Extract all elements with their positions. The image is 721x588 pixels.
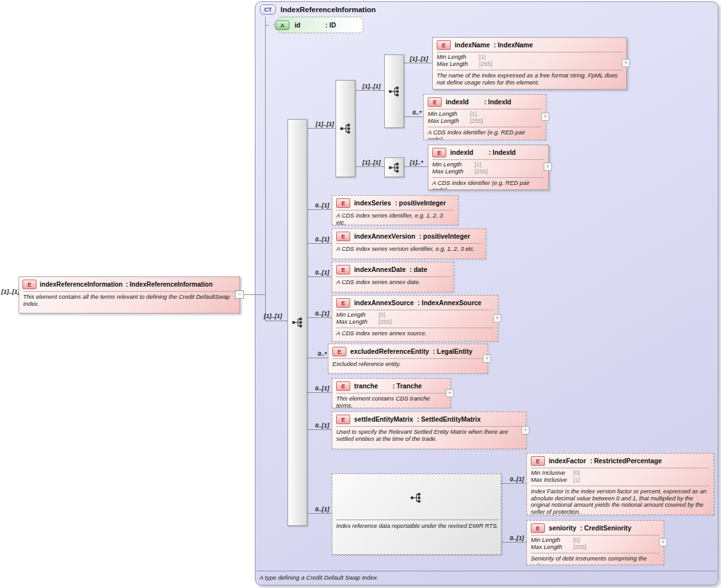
element-box-indexAnnexDate[interactable]: E indexAnnexDate : date A CDS index seri… [332, 262, 454, 292]
cardinality-label: [1]..* [410, 159, 423, 166]
element-type: : IndexReferenceInformation [126, 281, 213, 288]
element-icon: E [336, 265, 350, 274]
facet-section: Min Length[1] Max Length[255] [428, 109, 542, 126]
sequence-group [288, 119, 307, 526]
element-description: Seniority of debt instruments comprising… [531, 553, 660, 565]
expand-toggle[interactable]: + [493, 314, 501, 322]
facet-section: Min Length[0] Max Length[255] [336, 310, 494, 327]
element-icon: E [428, 97, 442, 107]
expand-toggle[interactable]: + [541, 113, 549, 121]
sequence-icon [389, 86, 400, 97]
element-description: Index Factor is the index version factor… [531, 486, 709, 515]
element-name: indexAnnexSource [354, 299, 414, 306]
element-box-excludedReferenceEntity[interactable]: E excludedReferenceEntity : LegalEntity … [328, 344, 488, 374]
element-description: Used to specify the Relevant Settled Ent… [336, 426, 522, 445]
element-icon: E [336, 381, 350, 391]
expand-toggle[interactable]: + [483, 354, 491, 363]
element-description: This element contains CDS tranche terms. [336, 393, 446, 408]
complex-type-header: CT IndexReferenceInformation [260, 4, 376, 15]
element-name: indexName [455, 42, 490, 49]
cardinality-label: [1]..[1] [410, 55, 428, 62]
attribute-icon: A [275, 20, 289, 30]
element-type: : IndexName [494, 42, 533, 49]
element-icon: E [336, 415, 350, 424]
element-type: : Tranche [393, 383, 422, 390]
element-name: seniority [549, 525, 576, 532]
element-type: : RestrictedPercentage [590, 457, 661, 465]
element-description: Excluded reference entity. [332, 358, 483, 370]
element-box-indexAnnexSource[interactable]: E indexAnnexSource : IndexAnnexSource Mi… [332, 295, 498, 342]
attribute-id[interactable]: A id : ID [268, 16, 365, 34]
cardinality-label: 0..[1] [315, 422, 329, 429]
element-description: A CDS index series annex source. [336, 328, 494, 339]
complex-type-annotation: A type defining a Credit Default Swap In… [259, 574, 378, 581]
expand-toggle[interactable]: + [659, 538, 667, 546]
element-icon: E [336, 232, 350, 241]
emir-sequence-group: Index reference data reportatble under t… [332, 473, 501, 555]
element-icon: E [437, 40, 451, 50]
sequence-icon [389, 163, 400, 173]
cardinality-label: 0..[1] [315, 269, 329, 276]
cardinality-label: 0..* [412, 109, 421, 116]
element-type: : IndexId [484, 99, 511, 106]
element-description: This element contains all the terms rele… [23, 291, 236, 310]
expand-toggle[interactable]: + [446, 389, 454, 397]
schema-diagram: CT IndexReferenceInformation A type defi… [0, 0, 721, 588]
cardinality-label: [1]..[1] [316, 120, 334, 127]
element-name: indexId [446, 99, 480, 106]
element-box-indexReferenceInformation[interactable]: E indexReferenceInformation : IndexRefer… [19, 276, 240, 314]
element-name: tranche [354, 383, 389, 390]
cardinality-label: 0..[1] [315, 202, 329, 209]
element-name: indexAnnexVersion [354, 233, 416, 240]
expand-toggle[interactable]: + [521, 426, 530, 434]
element-box-seniority[interactable]: E seniority : CreditSeniority Min Length… [526, 520, 664, 565]
element-type: : IndexAnnexSource [417, 299, 482, 306]
element-icon: E [336, 198, 350, 208]
facet-section: Min Length[1] Max Length[255] [432, 159, 544, 177]
element-box-settledEntityMatrix[interactable]: E settledEntityMatrix : SettledEntityMat… [332, 411, 526, 449]
element-box-indexName[interactable]: E indexName : IndexName Min Length[1] Ma… [432, 37, 627, 90]
cardinality-label: 0..[1] [315, 310, 329, 317]
element-icon: E [432, 148, 446, 157]
element-box-indexFactor[interactable]: E indexFactor : RestrictedPercentage Min… [526, 453, 714, 515]
element-box-indexAnnexVersion[interactable]: E indexAnnexVersion : positiveInteger A … [332, 228, 486, 259]
sequence-icon [292, 317, 304, 328]
element-description: The name of the index expressed as a fre… [437, 70, 622, 88]
element-name: indexFactor [549, 457, 586, 465]
element-icon: E [531, 523, 545, 533]
element-name: indexReferenceInformation [40, 281, 122, 288]
facet-section: Min Length[0] Max Length[255] [531, 535, 660, 552]
element-type: : positiveInteger [419, 233, 471, 240]
element-description: A CDS index series identifier, e.g. 1, 2… [336, 210, 454, 225]
element-description: A CDS index identifier (e.g. RED pair co… [432, 177, 544, 190]
element-name: indexAnnexDate [354, 266, 406, 273]
element-type: : SettledEntityMatrix [417, 416, 481, 423]
group-description: Index reference data reportatble under t… [336, 520, 499, 529]
element-box-indexId-optional[interactable]: E indexId : IndexId Min Length[1] Max Le… [423, 94, 546, 140]
expand-toggle[interactable]: + [622, 59, 630, 67]
element-type: : positiveInteger [395, 200, 446, 207]
sequence-group [384, 157, 404, 177]
complex-type-icon: CT [260, 4, 276, 15]
facet-section: Min Inclusive[0] Max Inclusive[1] [531, 468, 709, 485]
sequence-icon [410, 493, 422, 503]
element-name: indexSeries [354, 200, 391, 207]
choice-icon [340, 123, 352, 134]
element-name: indexId [450, 149, 485, 156]
cardinality-label: 0..[1] [315, 505, 329, 513]
element-icon: E [531, 456, 545, 466]
expand-toggle[interactable]: + [544, 163, 552, 171]
element-icon: E [336, 298, 350, 308]
choice-group [336, 80, 355, 177]
element-box-indexSeries[interactable]: E indexSeries : positiveInteger A CDS in… [332, 195, 458, 225]
element-box-indexId-required[interactable]: E indexId : IndexId Min Length[1] Max Le… [428, 145, 549, 190]
element-type: : date [410, 266, 427, 273]
cardinality-label: 0..[1] [510, 475, 524, 482]
element-description: A CDS index series version identifier, e… [336, 243, 482, 255]
element-box-tranche[interactable]: E tranche : Tranche This element contain… [332, 378, 451, 408]
cardinality-label: 0..[1] [315, 235, 329, 242]
cardinality-label: 0..* [318, 350, 327, 357]
collapse-toggle[interactable]: − [235, 290, 244, 299]
element-description: A CDS index identifier (e.g. RED pair co… [428, 127, 542, 140]
cardinality-label: [1]..[1] [362, 159, 381, 166]
